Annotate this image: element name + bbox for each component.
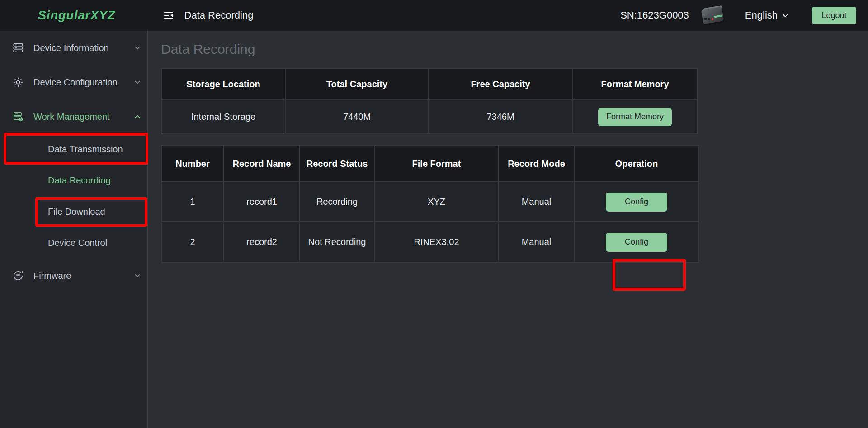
logout-button[interactable]: Logout (812, 7, 856, 24)
brand-logo: SingularXYZ (38, 9, 116, 23)
records-table: Number Record Name Record Status File Fo… (161, 145, 699, 263)
sidebar-item-label: Device Configuration (33, 77, 118, 88)
config-button-record1[interactable]: Config (606, 193, 667, 212)
record-status-cell: Not Recording (300, 222, 374, 262)
column-header: File Format (375, 146, 498, 181)
record-mode-cell: Manual (499, 182, 574, 221)
column-header: Number (162, 146, 223, 181)
total-capacity-cell: 7440M (286, 100, 428, 133)
config-button-record2[interactable]: Config (606, 233, 667, 252)
record-status-cell: Recording (300, 182, 374, 221)
records-table-header-row: Number Record Name Record Status File Fo… (162, 146, 698, 181)
sidebar-item-label: Device Information (33, 43, 109, 53)
fold-menu-icon[interactable] (163, 9, 175, 21)
file-format-cell: XYZ (375, 182, 498, 221)
storage-table: Storage Location Total Capacity Free Cap… (161, 68, 698, 134)
operation-cell: Config (575, 222, 698, 262)
table-row: Internal Storage 7440M 7346M Format Memo… (162, 100, 697, 133)
sidebar-item-data-recording[interactable]: Data Recording (0, 165, 147, 196)
column-header: Storage Location (162, 69, 285, 99)
gear-icon (12, 76, 24, 88)
storage-table-header-row: Storage Location Total Capacity Free Cap… (162, 69, 697, 99)
main-content: Data Recording Storage Location Total Ca… (148, 31, 868, 428)
record-name-cell: record1 (224, 182, 299, 221)
column-header: Format Memory (573, 69, 697, 99)
server-gear-icon (12, 111, 24, 122)
table-row: 1 record1 Recording XYZ Manual Config (162, 182, 698, 221)
sidebar-item-device-control[interactable]: Device Control (0, 227, 147, 259)
language-label: English (745, 9, 778, 21)
free-capacity-cell: 7346M (429, 100, 572, 133)
column-header: Record Status (300, 146, 374, 181)
operation-cell: Config (575, 182, 698, 221)
column-header: Operation (575, 146, 698, 181)
sidebar-item-label: Work Management (33, 112, 110, 122)
sidebar-item-device-configuration[interactable]: Device Configuration (0, 65, 147, 99)
sidebar-item-firmware[interactable]: Firmware (0, 259, 147, 293)
chevron-down-icon (134, 79, 141, 86)
column-header: Record Name (224, 146, 299, 181)
sidebar-item-device-information[interactable]: Device Information (0, 31, 147, 65)
topbar-right: SN:1623G0003 English Logout (620, 4, 868, 27)
chevron-down-icon (781, 11, 789, 19)
sidebar-item-file-download[interactable]: File Download (0, 196, 147, 227)
storage-location-cell: Internal Storage (162, 100, 285, 133)
firmware-refresh-icon (12, 270, 24, 282)
sidebar-item-label: Firmware (33, 271, 71, 281)
format-memory-cell: Format Memory (573, 100, 697, 133)
column-header: Record Mode (499, 146, 574, 181)
chevron-up-icon (134, 113, 141, 120)
column-header: Total Capacity (286, 69, 428, 99)
chevron-down-icon (134, 44, 141, 52)
server-rack-icon (12, 42, 24, 54)
table-row: 2 record2 Not Recording RINEX3.02 Manual… (162, 222, 698, 262)
number-cell: 2 (162, 222, 223, 262)
file-format-cell: RINEX3.02 (375, 222, 498, 262)
sidebar: Device Information Device Configuration (0, 31, 148, 428)
content-heading: Data Recording (161, 42, 868, 58)
page-title: Data Recording (184, 9, 254, 21)
chevron-down-icon (134, 272, 141, 279)
number-cell: 1 (162, 182, 223, 221)
record-mode-cell: Manual (499, 222, 574, 262)
topbar: SingularXYZ Data Recording SN:1623G0003 … (0, 0, 868, 31)
sidebar-item-work-management[interactable]: Work Management (0, 99, 147, 134)
column-header: Free Capacity (429, 69, 572, 99)
sidebar-item-data-transmission[interactable]: Data Transmission (0, 134, 147, 165)
work-management-submenu: Data Transmission Data Recording File Do… (0, 134, 147, 259)
gnss-device-image (700, 4, 726, 27)
language-dropdown[interactable]: English (745, 9, 789, 21)
record-name-cell: record2 (224, 222, 299, 262)
format-memory-button[interactable]: Format Memory (598, 108, 672, 126)
serial-number: SN:1623G0003 (620, 9, 689, 21)
